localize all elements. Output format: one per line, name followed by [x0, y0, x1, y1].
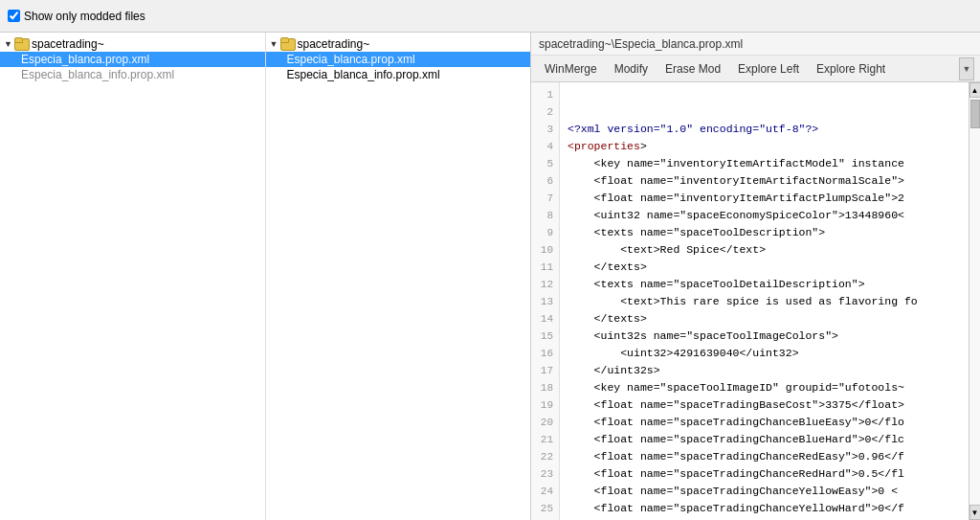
line-num-19: 19 [531, 396, 559, 414]
line-num-25: 25 [531, 500, 559, 517]
xml-line-23: <float name="spaceTradingChanceYellowHar… [568, 500, 961, 517]
line-num-20: 20 [531, 414, 559, 431]
explore-right-button[interactable]: Explore Right [809, 60, 893, 78]
modify-button[interactable]: Modify [607, 60, 656, 78]
folder-label-right: spacetrading~ [298, 37, 370, 51]
file-item-right-2[interactable]: Especia_blanca_info.prop.xml [266, 67, 531, 82]
show-modded-text: Show only modded files [24, 10, 145, 23]
xml-line-2: <properties> [568, 138, 961, 155]
xml-content-area[interactable]: 1234567891011121314151617181920212223242… [531, 82, 980, 520]
scroll-up-arrow[interactable]: ▲ [969, 82, 981, 98]
main-content: ▼ spacetrading~ Especia_blanca.prop.xml … [0, 33, 980, 520]
xml-line-19: <float name="spaceTradingChanceBlueHard"… [568, 431, 961, 448]
tree-root-left: ▼ spacetrading~ Especia_blanca.prop.xml … [0, 36, 265, 82]
xml-code: <?xml version="1.0" encoding="utf-8"?><p… [560, 82, 969, 520]
explore-left-button[interactable]: Explore Left [730, 60, 807, 78]
file-label-left-2: Especia_blanca_info.prop.xml [21, 68, 174, 81]
scroll-indicator: ▼ [963, 64, 971, 74]
winmerge-button[interactable]: WinMerge [537, 60, 605, 78]
folder-icon-right [280, 37, 296, 51]
xml-line-10: <texts name="spaceToolDetailDescription"… [568, 276, 961, 293]
xml-line-9: </texts> [568, 259, 961, 276]
show-modded-label[interactable]: Show only modded files [8, 10, 145, 23]
xml-line-13: <uint32s name="spaceToolImageColors"> [568, 328, 961, 345]
tree-folder-left[interactable]: ▼ spacetrading~ [0, 36, 265, 52]
xml-line-8: <text>Red Spice</text> [568, 241, 961, 259]
xml-line-18: <float name="spaceTradingChanceBlueEasy"… [568, 414, 961, 431]
xml-line-22: <float name="spaceTradingChanceYellowEas… [568, 483, 961, 500]
line-num-12: 12 [531, 276, 559, 293]
scroll-thumb[interactable] [970, 100, 980, 128]
toolbar-scroll: ▼ [959, 57, 974, 80]
top-bar: Show only modded files [0, 0, 980, 33]
file-item-left-1[interactable]: Especia_blanca.prop.xml [0, 52, 265, 67]
tree-pane-right: ▼ spacetrading~ Especia_blanca.prop.xml … [266, 33, 531, 520]
line-num-5: 5 [531, 155, 559, 172]
line-num-8: 8 [531, 207, 559, 224]
line-num-7: 7 [531, 190, 559, 207]
xml-line-15: </uint32s> [568, 362, 961, 379]
line-num-6: 6 [531, 172, 559, 190]
tree-pane-left: ▼ spacetrading~ Especia_blanca.prop.xml … [0, 33, 266, 520]
scroll-down-arrow[interactable]: ▼ [969, 505, 981, 520]
xml-line-16: <key name="spaceToolImageID" groupid="uf… [568, 379, 961, 396]
xml-line-20: <float name="spaceTradingChanceRedEasy">… [568, 448, 961, 465]
show-modded-checkbox[interactable] [8, 10, 20, 22]
line-num-18: 18 [531, 379, 559, 396]
line-num-23: 23 [531, 465, 559, 483]
line-num-14: 14 [531, 310, 559, 328]
file-label-left-1: Especia_blanca.prop.xml [21, 53, 149, 66]
line-num-9: 9 [531, 224, 559, 241]
file-label-right-1: Especia_blanca.prop.xml [287, 53, 415, 66]
line-num-16: 16 [531, 345, 559, 362]
file-path-bar: spacetrading~\Especia_blanca.prop.xml [531, 33, 980, 56]
file-item-right-1[interactable]: Especia_blanca.prop.xml [266, 52, 531, 67]
line-num-24: 24 [531, 483, 559, 500]
xml-line-6: <uint32 name="spaceEconomySpiceColor">13… [568, 207, 961, 224]
xml-line-17: <float name="spaceTradingBaseCost">3375<… [568, 396, 961, 414]
left-panel: ▼ spacetrading~ Especia_blanca.prop.xml … [0, 33, 531, 520]
line-num-4: 4 [531, 138, 559, 155]
line-num-13: 13 [531, 293, 559, 310]
file-path-text: spacetrading~\Especia_blanca.prop.xml [539, 37, 743, 51]
xml-line-21: <float name="spaceTradingChanceRedHard">… [568, 465, 961, 483]
right-panel: spacetrading~\Especia_blanca.prop.xml Wi… [531, 33, 980, 520]
erase-mod-button[interactable]: Erase Mod [657, 60, 728, 78]
xml-line-3: <key name="inventoryItemArtifactModel" i… [568, 155, 961, 172]
line-num-3: 3 [531, 121, 559, 138]
folder-label-left: spacetrading~ [32, 37, 104, 51]
file-label-right-2: Especia_blanca_info.prop.xml [287, 68, 440, 81]
xml-line-7: <texts name="spaceToolDescription"> [568, 224, 961, 241]
line-num-15: 15 [531, 328, 559, 345]
line-num-21: 21 [531, 431, 559, 448]
file-item-left-2[interactable]: Especia_blanca_info.prop.xml [0, 67, 265, 82]
xml-line-4: <float name="inventoryItemArtifactNormal… [568, 172, 961, 190]
xml-toolbar: WinMerge Modify Erase Mod Explore Left E… [531, 56, 980, 82]
collapse-arrow-icon-2: ▼ [270, 39, 279, 49]
line-num-10: 10 [531, 241, 559, 259]
line-num-2: 2 [531, 103, 559, 121]
line-num-1: 1 [531, 86, 559, 103]
line-numbers: 1234567891011121314151617181920212223242… [531, 82, 560, 520]
xml-line-12: </texts> [568, 310, 961, 328]
xml-line-1: <?xml version="1.0" encoding="utf-8"?> [568, 121, 961, 138]
xml-line-5: <float name="inventoryItemArtifactPlumpS… [568, 190, 961, 207]
tree-folder-right[interactable]: ▼ spacetrading~ [266, 36, 531, 52]
line-num-11: 11 [531, 259, 559, 276]
folder-icon-left [14, 37, 30, 51]
collapse-arrow-icon: ▼ [4, 39, 13, 49]
line-num-17: 17 [531, 362, 559, 379]
xml-line-14: <uint32>4291639040</uint32> [568, 345, 961, 362]
xml-line-11: <text>This rare spice is used as flavori… [568, 293, 961, 310]
line-num-22: 22 [531, 448, 559, 465]
tree-root-right: ▼ spacetrading~ Especia_blanca.prop.xml … [266, 36, 531, 82]
scroll-track[interactable] [969, 98, 981, 505]
vertical-scrollbar[interactable]: ▲ ▼ [969, 82, 980, 520]
